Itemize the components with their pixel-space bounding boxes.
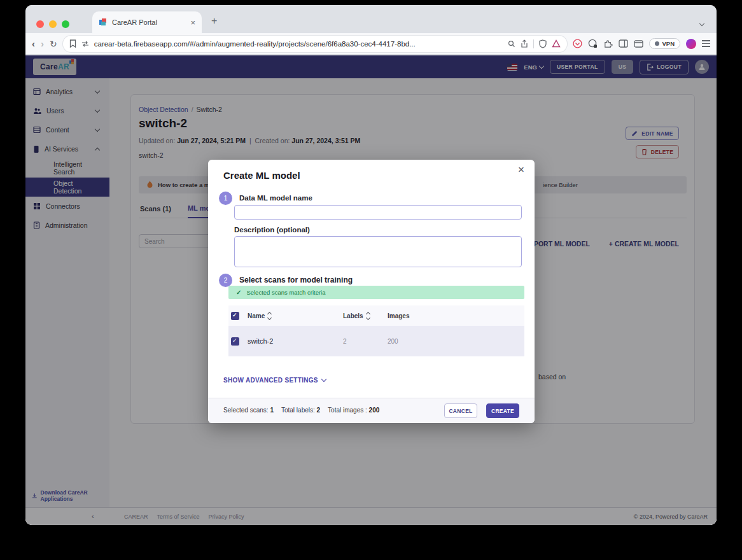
reload-button[interactable]: ↻ — [50, 39, 57, 49]
vpn-status-icon — [655, 41, 659, 46]
description-label: Description (optional) — [234, 226, 310, 234]
close-window-button[interactable] — [36, 20, 44, 28]
wallet-icon[interactable] — [634, 39, 643, 48]
forward-button: › — [41, 39, 44, 48]
back-button[interactable]: ‹ — [32, 39, 35, 48]
bookmark-icon[interactable] — [69, 39, 76, 48]
sidebar-toggle-icon[interactable] — [619, 39, 628, 48]
browser-menu-icon[interactable] — [702, 40, 710, 46]
fullscreen-window-button[interactable] — [62, 20, 69, 28]
column-header-name[interactable]: Name — [248, 312, 343, 319]
brave-shield-icon[interactable] — [539, 39, 547, 48]
advanced-settings-toggle[interactable]: SHOW ADVANCED SETTINGS — [223, 377, 326, 384]
vpn-label: VPN — [662, 40, 675, 47]
zoom-icon[interactable] — [508, 40, 515, 48]
step-1-badge: 1 — [219, 192, 232, 205]
model-name-input[interactable] — [234, 205, 522, 220]
cancel-button[interactable]: CANCEL — [444, 403, 477, 418]
address-bar[interactable]: carear-beta.firebaseapp.com/#/admin/augm… — [63, 36, 568, 52]
browser-tab-strip: CareAR Portal × + — [25, 5, 717, 33]
column-header-labels[interactable]: Labels — [343, 312, 388, 319]
browser-toolbar: ‹ › ↻ carear-beta.firebaseapp.com/#/admi… — [25, 33, 717, 55]
minimize-window-button[interactable] — [49, 20, 57, 28]
vpn-button[interactable]: VPN — [649, 38, 680, 49]
toolbar-divider — [533, 39, 534, 48]
sort-icon — [367, 312, 370, 319]
app-viewport: CareAR ENG USER PORTAL US — [25, 55, 717, 525]
model-name-label: Data ML model name — [239, 194, 312, 202]
step-2-badge: 2 — [219, 274, 232, 287]
url-text[interactable]: carear-beta.firebaseapp.com/#/admin/augm… — [94, 40, 503, 48]
browser-tab[interactable]: CareAR Portal × — [92, 11, 202, 33]
row-checkbox[interactable] — [231, 337, 239, 346]
tab-close-icon[interactable]: × — [190, 18, 195, 27]
scan-images-cell: 200 — [388, 338, 524, 345]
select-all-checkbox[interactable] — [231, 312, 239, 320]
check-icon: ✓ — [236, 289, 241, 296]
sort-icon — [268, 312, 271, 319]
criteria-success-banner: ✓ Selected scans match criteria — [228, 286, 524, 299]
brave-rewards-icon[interactable] — [552, 39, 561, 48]
carear-favicon-icon — [99, 18, 108, 27]
create-ml-model-modal: × Create ML model 1 Data ML model name D… — [208, 160, 535, 423]
browser-window: CareAR Portal × + ‹ › ↻ carear-beta.fire… — [25, 5, 717, 525]
select-scans-label: Select scans for model training — [239, 276, 353, 284]
success-message: Selected scans match criteria — [246, 289, 325, 296]
window-controls[interactable] — [36, 20, 69, 28]
modal-footer: Selected scans: 1 Total labels: 2 Total … — [208, 398, 535, 423]
pocket-extension-icon[interactable] — [573, 39, 582, 48]
extensions-puzzle-icon[interactable] — [603, 39, 613, 48]
create-button[interactable]: CREATE — [486, 403, 519, 418]
tab-title: CareAR Portal — [112, 18, 186, 26]
scan-labels-cell: 2 — [343, 338, 388, 345]
share-icon[interactable] — [521, 39, 528, 48]
modal-title: Create ML model — [223, 170, 300, 181]
selection-summary: Selected scans: 1 Total labels: 2 Total … — [223, 407, 379, 414]
modal-close-icon[interactable]: × — [518, 164, 524, 176]
browser-profile-icon[interactable] — [686, 39, 696, 49]
scan-table-row[interactable]: switch-2 2 200 — [228, 326, 524, 356]
extension-lock-icon[interactable] — [588, 39, 598, 48]
new-tab-button[interactable]: + — [211, 15, 217, 27]
description-input[interactable] — [234, 236, 522, 267]
scan-name-cell: switch-2 — [248, 337, 343, 345]
tab-search-chevron-icon[interactable] — [700, 17, 704, 28]
scans-table-header: Name Labels Images — [228, 305, 524, 326]
chevron-down-icon — [321, 377, 326, 382]
site-settings-icon[interactable] — [81, 40, 89, 48]
column-header-images[interactable]: Images — [388, 312, 524, 319]
